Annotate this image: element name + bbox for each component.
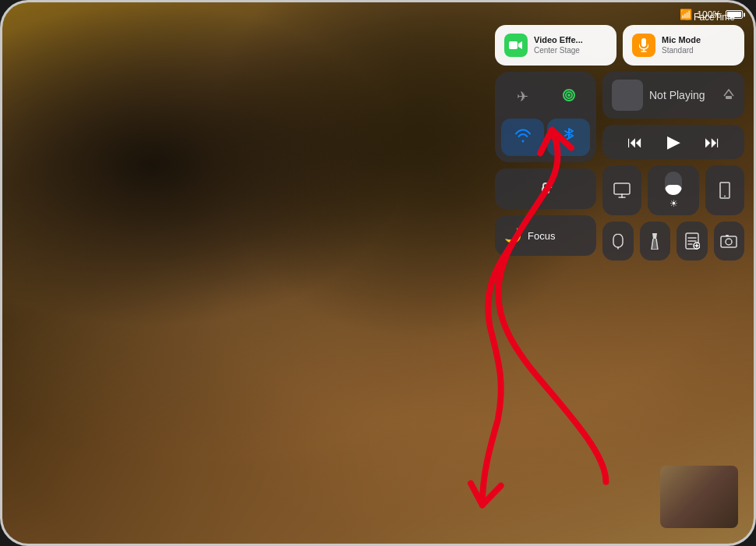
brightness-tile[interactable]: ☀ xyxy=(648,165,699,215)
bluetooth-btn[interactable] xyxy=(547,119,590,156)
fast-forward-btn[interactable]: ⏭ xyxy=(705,133,720,151)
rewind-btn[interactable]: ⏮ xyxy=(627,133,643,151)
wifi-status-icon: 📶 xyxy=(680,9,692,20)
focus-moon-icon: 🌙 xyxy=(504,227,521,244)
svg-point-10 xyxy=(724,196,726,197)
media-controls: ⏮ ▶ ⏭ xyxy=(602,125,744,159)
control-center: 📶 100% Video Effe... Center Stage xyxy=(495,9,744,261)
video-effects-icon xyxy=(504,34,528,57)
video-effects-tile[interactable]: Video Effe... Center Stage xyxy=(495,25,616,66)
now-playing-info: Not Playing xyxy=(649,88,716,102)
ipad-frame: FaceTime 📶 100% Video E xyxy=(0,0,756,546)
mic-mode-tile[interactable]: Mic Mode Standard xyxy=(623,25,744,66)
wifi-icon xyxy=(514,129,532,147)
airplay-icon[interactable] xyxy=(722,88,735,103)
video-effects-title: Video Effe... xyxy=(534,35,583,45)
svg-rect-20 xyxy=(726,235,729,236)
connectivity-block: ✈ xyxy=(495,72,596,162)
airplane-icon: ✈ xyxy=(517,88,528,105)
cc-bottom-row xyxy=(602,222,744,261)
svg-point-6 xyxy=(567,94,571,97)
svg-rect-0 xyxy=(509,41,518,49)
flashlight-btn[interactable] xyxy=(640,222,671,261)
brightness-fill xyxy=(665,185,682,196)
cc-right-column: Not Playing ⏮ ▶ ⏭ xyxy=(602,72,744,261)
svg-rect-8 xyxy=(726,96,732,99)
brightness-icon: ☀ xyxy=(669,198,678,209)
cc-top-tiles: Video Effe... Center Stage Mic Mode Stan… xyxy=(495,25,744,66)
not-playing-label: Not Playing xyxy=(649,89,705,101)
focus-btn[interactable]: 🌙 Focus xyxy=(495,215,596,256)
battery-label: 100% xyxy=(697,9,721,20)
airplane-mode-btn[interactable]: ✈ xyxy=(501,78,544,115)
mute-btn[interactable] xyxy=(602,222,634,261)
video-effects-sub: Center Stage xyxy=(534,46,583,55)
bluetooth-icon xyxy=(563,127,574,148)
now-playing-tile[interactable]: Not Playing xyxy=(602,72,744,119)
cellular-btn[interactable] xyxy=(547,78,590,115)
video-effects-text: Video Effe... Center Stage xyxy=(534,35,583,55)
focus-label: Focus xyxy=(528,230,555,242)
cellular-icon xyxy=(561,87,577,107)
svg-rect-1 xyxy=(641,38,646,47)
svg-rect-9 xyxy=(614,183,630,194)
cc-left-column: ✈ xyxy=(495,72,596,261)
note-btn[interactable] xyxy=(677,222,708,261)
svg-rect-18 xyxy=(721,236,737,247)
thumbnail-image xyxy=(660,466,738,528)
cc-third-row: ☀ xyxy=(602,165,744,215)
now-playing-album-art xyxy=(612,80,643,111)
mic-mode-title: Mic Mode xyxy=(662,35,701,45)
battery-icon xyxy=(726,10,743,19)
cc-status-row: 📶 100% xyxy=(495,9,744,20)
camera-btn[interactable] xyxy=(714,222,745,261)
mic-mode-icon xyxy=(632,34,655,57)
phone-btn[interactable] xyxy=(705,165,744,215)
wifi-btn[interactable] xyxy=(501,119,544,156)
orientation-lock-btn[interactable] xyxy=(495,168,596,209)
svg-point-19 xyxy=(726,239,732,245)
mic-mode-sub: Standard xyxy=(662,46,701,55)
brightness-track xyxy=(665,172,682,195)
svg-rect-7 xyxy=(542,187,549,193)
mic-mode-text: Mic Mode Standard xyxy=(662,35,701,55)
play-btn[interactable]: ▶ xyxy=(667,132,680,152)
cc-main-area: ✈ xyxy=(495,72,744,261)
screen-mirror-btn[interactable] xyxy=(602,165,641,215)
